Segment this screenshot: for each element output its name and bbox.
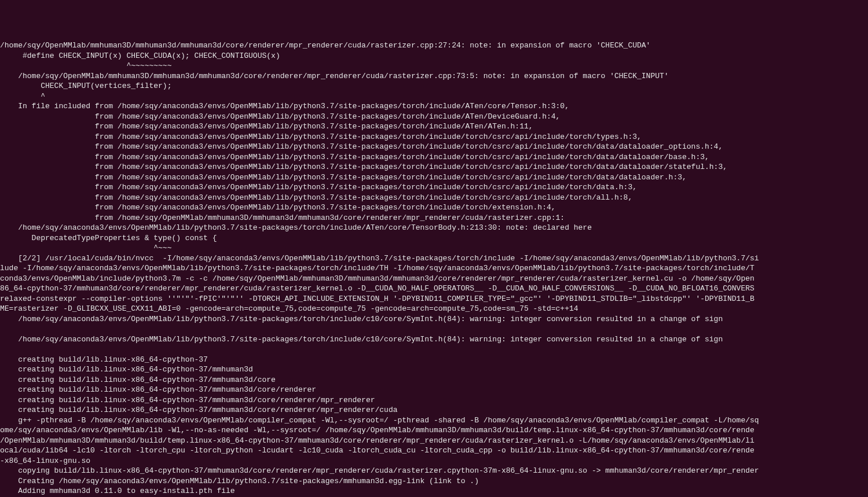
terminal-text: /home/sqy/OpenMMlab/mmhuman3D/mmhuman3d/… (0, 41, 759, 497)
terminal-output[interactable]: /home/sqy/OpenMMlab/mmhuman3D/mmhuman3d/… (0, 41, 868, 497)
